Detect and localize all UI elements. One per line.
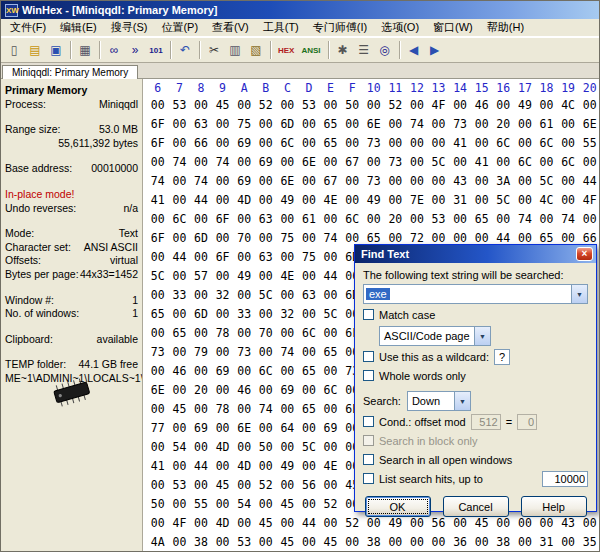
- hex-byte[interactable]: 00: [385, 134, 407, 153]
- hex-byte[interactable]: 6F: [147, 134, 169, 153]
- hex-byte[interactable]: 00: [169, 267, 191, 286]
- hex-byte[interactable]: 00: [190, 96, 212, 115]
- hex-byte[interactable]: 74: [557, 210, 579, 229]
- dialog-title-bar[interactable]: Find Text ×: [355, 245, 596, 263]
- hex-byte[interactable]: 6C: [277, 134, 299, 153]
- hex-byte[interactable]: 6D: [190, 229, 212, 248]
- hex-byte[interactable]: 74: [169, 153, 191, 172]
- hex-byte[interactable]: 57: [190, 267, 212, 286]
- menu-item-file[interactable]: 文件(F): [3, 18, 53, 37]
- hex-byte[interactable]: 00: [363, 153, 385, 172]
- hex-byte[interactable]: 00: [298, 267, 320, 286]
- hex-byte[interactable]: 00: [557, 191, 579, 210]
- hex-byte[interactable]: 00: [493, 210, 515, 229]
- save-icon[interactable]: ▣: [46, 40, 66, 60]
- hex-byte[interactable]: 00: [363, 210, 385, 229]
- paste-icon[interactable]: ▧: [246, 40, 266, 60]
- hex-byte[interactable]: 00: [579, 96, 599, 115]
- hex-byte[interactable]: 00: [212, 115, 234, 134]
- hex-byte[interactable]: 00: [277, 514, 299, 533]
- hex-byte[interactable]: 00: [298, 457, 320, 476]
- hex-byte[interactable]: 41: [471, 153, 493, 172]
- hex-byte[interactable]: 00: [255, 457, 277, 476]
- hex-byte[interactable]: 00: [255, 267, 277, 286]
- hex-byte[interactable]: 44: [190, 191, 212, 210]
- hex-byte[interactable]: 73: [385, 153, 407, 172]
- hex-byte[interactable]: 00: [298, 305, 320, 324]
- hex-byte[interactable]: 00: [428, 533, 450, 552]
- hex-byte[interactable]: 65: [298, 400, 320, 419]
- hex-byte[interactable]: 74: [514, 210, 536, 229]
- menu-item-view[interactable]: 查看(V): [205, 18, 256, 37]
- hex-byte[interactable]: 00: [514, 134, 536, 153]
- hex-byte[interactable]: 7E: [406, 191, 428, 210]
- menu-item-tools[interactable]: 工具(T): [256, 18, 306, 37]
- hex-byte[interactable]: 49: [277, 191, 299, 210]
- menu-item-position[interactable]: 位置(P): [154, 18, 205, 37]
- hex-byte[interactable]: 46: [233, 381, 255, 400]
- help-button[interactable]: Help: [521, 496, 587, 517]
- hex-byte[interactable]: 00: [277, 324, 299, 343]
- hex-byte[interactable]: 53: [169, 96, 191, 115]
- hex-byte[interactable]: 00: [190, 248, 212, 267]
- hex-byte[interactable]: 00: [277, 286, 299, 305]
- hex-byte[interactable]: 73: [233, 343, 255, 362]
- hex-byte[interactable]: 00: [212, 267, 234, 286]
- hex-byte[interactable]: 00: [428, 191, 450, 210]
- hex-byte[interactable]: 00: [255, 533, 277, 552]
- hex-byte[interactable]: 53: [298, 96, 320, 115]
- hex-byte[interactable]: 32: [212, 286, 234, 305]
- hex-row[interactable]: 007400740069006E00670073005C0041006C006C…: [147, 153, 599, 172]
- hex-byte[interactable]: 49: [514, 96, 536, 115]
- hex-byte[interactable]: 6F: [212, 248, 234, 267]
- hex-byte[interactable]: 00: [255, 134, 277, 153]
- hex-byte[interactable]: 6D: [277, 115, 299, 134]
- hex-byte[interactable]: 64: [277, 419, 299, 438]
- hex-byte[interactable]: 00: [233, 362, 255, 381]
- hex-byte[interactable]: 00: [471, 134, 493, 153]
- hex-byte[interactable]: 00: [277, 248, 299, 267]
- hex-byte[interactable]: 00: [298, 495, 320, 514]
- tab-primary-memory[interactable]: Miniqqdl: Primary Memory: [2, 65, 138, 79]
- hex-byte[interactable]: 00: [428, 115, 450, 134]
- hex-byte[interactable]: 78: [212, 400, 234, 419]
- hex-byte[interactable]: 00: [212, 381, 234, 400]
- hex-byte[interactable]: 00: [493, 96, 515, 115]
- hex-byte[interactable]: 00: [147, 438, 169, 457]
- hex-byte[interactable]: 00: [190, 400, 212, 419]
- hex-byte[interactable]: 00: [471, 533, 493, 552]
- hex-byte[interactable]: 00: [277, 210, 299, 229]
- all-windows-checkbox[interactable]: [363, 454, 374, 465]
- ok-button[interactable]: OK: [365, 496, 431, 517]
- hex-byte[interactable]: 00: [255, 495, 277, 514]
- hex-byte[interactable]: 00: [190, 514, 212, 533]
- hex-byte[interactable]: 00: [557, 533, 579, 552]
- hex-byte[interactable]: 00: [255, 381, 277, 400]
- hex-byte[interactable]: 00: [298, 343, 320, 362]
- hex-byte[interactable]: 00: [385, 533, 407, 552]
- hex-byte[interactable]: 6E: [363, 115, 385, 134]
- wildcard-checkbox[interactable]: [363, 351, 374, 362]
- hex-byte[interactable]: 49: [233, 267, 255, 286]
- hex-row[interactable]: 410044004D0049004E0049007E0031005C004C00…: [147, 191, 599, 210]
- hex-byte[interactable]: 6E: [147, 381, 169, 400]
- hex-row[interactable]: 005300450052005300500052004F00460049004C…: [147, 96, 599, 115]
- hex-byte[interactable]: 00: [406, 533, 428, 552]
- cut-icon[interactable]: ✂: [204, 40, 224, 60]
- hex-byte[interactable]: 00: [298, 134, 320, 153]
- hex-byte[interactable]: 00: [212, 343, 234, 362]
- hex-byte[interactable]: 4D: [233, 191, 255, 210]
- hex-values-icon[interactable]: HEX: [275, 40, 297, 60]
- hex-byte[interactable]: 00: [320, 400, 342, 419]
- hex-byte[interactable]: 00: [147, 153, 169, 172]
- hex-byte[interactable]: 00: [341, 172, 363, 191]
- hex-byte[interactable]: 00: [449, 210, 471, 229]
- hex-byte[interactable]: 6C: [493, 134, 515, 153]
- hex-byte[interactable]: 00: [169, 134, 191, 153]
- hex-byte[interactable]: 00: [298, 381, 320, 400]
- hex-byte[interactable]: 00: [169, 419, 191, 438]
- hex-byte[interactable]: 38: [363, 533, 385, 552]
- hex-byte[interactable]: 45: [169, 400, 191, 419]
- hex-byte[interactable]: 4C: [557, 96, 579, 115]
- hex-byte[interactable]: 00: [320, 286, 342, 305]
